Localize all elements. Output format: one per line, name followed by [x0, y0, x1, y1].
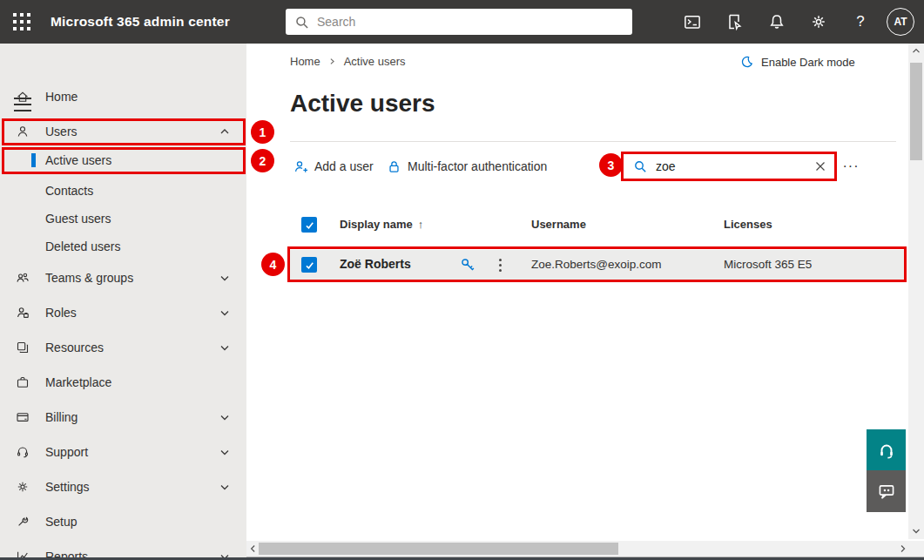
vertical-scrollbar-thumb[interactable] — [910, 63, 922, 160]
checkmark-icon — [304, 260, 315, 271]
sidebar-item-settings[interactable]: Settings — [0, 474, 246, 500]
page-title: Active users — [290, 90, 435, 118]
table-row-user[interactable]: Zoë Roberts Zoe.Roberts@exoip.com Micros… — [290, 250, 904, 280]
m365-admin-center-window: Microsoft 365 admin center ? AT Home Use… — [0, 0, 924, 560]
main-content — [246, 44, 908, 541]
sidebar-item-active-users[interactable]: Active users — [0, 147, 246, 173]
column-header-licenses[interactable]: Licenses — [724, 218, 772, 231]
chevron-up-icon[interactable] — [218, 125, 232, 138]
row-checkbox[interactable] — [301, 257, 317, 273]
user-licenses: Microsoft 365 E5 — [724, 258, 812, 271]
scroll-up-arrow-icon[interactable] — [908, 44, 924, 59]
app-title[interactable]: Microsoft 365 admin center — [51, 0, 230, 44]
search-icon — [294, 15, 309, 30]
global-search-box[interactable] — [286, 9, 632, 35]
breadcrumb-home-link[interactable]: Home — [290, 55, 320, 68]
credit-card-icon — [16, 410, 30, 424]
home-icon — [16, 90, 30, 104]
column-header-display-name[interactable]: Display name↑ — [340, 218, 423, 231]
lock-icon — [387, 159, 401, 174]
chevron-down-icon[interactable] — [218, 550, 232, 560]
user-list-search-input[interactable] — [656, 159, 813, 173]
app-topbar: Microsoft 365 admin center ? AT — [0, 0, 924, 44]
wrench-icon — [16, 515, 30, 529]
app-launcher-waffle-icon[interactable] — [11, 11, 32, 32]
feedback-fab-button[interactable] — [867, 470, 906, 512]
sidebar-item-support[interactable]: Support — [0, 439, 246, 465]
help-icon[interactable]: ? — [852, 13, 869, 30]
sidebar-item-deleted-users[interactable]: Deleted users — [0, 233, 246, 260]
chevron-down-icon[interactable] — [218, 271, 232, 285]
sidebar-item-setup[interactable]: Setup — [0, 509, 246, 535]
sidebar-item-roles[interactable]: Roles — [0, 300, 246, 326]
clear-search-close-icon[interactable] — [813, 159, 827, 173]
sidebar-item-users[interactable]: Users — [0, 118, 246, 145]
chart-icon — [16, 550, 30, 560]
briefcase-icon — [16, 375, 30, 389]
sort-ascending-arrow: ↑ — [418, 218, 424, 231]
settings-gear-icon[interactable] — [810, 13, 827, 30]
breadcrumb: Home Active users — [290, 55, 406, 68]
sidebar-item-contacts[interactable]: Contacts — [0, 178, 246, 204]
reset-password-key-icon[interactable] — [459, 256, 475, 273]
chevron-down-icon[interactable] — [218, 306, 232, 320]
help-support-fab-button[interactable] — [867, 429, 906, 470]
resources-icon — [16, 341, 30, 354]
scroll-right-arrow-icon[interactable] — [896, 541, 910, 557]
person-badge-icon — [16, 306, 30, 320]
more-actions-button[interactable]: ··· — [838, 153, 864, 179]
breadcrumb-chevron-icon — [327, 56, 338, 67]
cloud-shell-icon[interactable] — [684, 13, 701, 30]
vertical-scrollbar[interactable] — [908, 44, 924, 539]
selected-indicator — [31, 153, 36, 167]
person-icon — [16, 125, 30, 138]
enable-dark-mode-button[interactable]: Enable Dark mode — [740, 55, 855, 69]
breadcrumb-current: Active users — [344, 55, 406, 68]
chat-bubble-icon — [877, 482, 896, 501]
chevron-down-icon[interactable] — [218, 341, 232, 354]
headset-icon — [16, 445, 30, 459]
row-more-actions-icon[interactable] — [493, 257, 507, 273]
moon-icon — [740, 55, 754, 69]
add-user-button[interactable]: Add a user — [293, 153, 374, 179]
left-navigation: Home Users Active users Contacts Guest u… — [0, 44, 246, 560]
sidebar-item-resources[interactable]: Resources — [0, 334, 246, 361]
header-divider — [290, 141, 896, 142]
user-table-header: Display name↑ Username Licenses — [290, 214, 904, 237]
scroll-down-arrow-icon[interactable] — [908, 523, 924, 539]
user-list-search-box[interactable] — [624, 154, 834, 179]
select-all-checkbox[interactable] — [301, 217, 317, 233]
people-icon — [16, 271, 30, 285]
chevron-down-icon[interactable] — [218, 445, 232, 459]
headset-icon — [877, 441, 896, 460]
user-display-name[interactable]: Zoë Roberts — [340, 257, 411, 271]
gear-icon — [16, 480, 30, 494]
sidebar-item-teams-groups[interactable]: Teams & groups — [0, 265, 246, 291]
user-username: Zoe.Roberts@exoip.com — [531, 258, 662, 271]
column-header-username[interactable]: Username — [531, 218, 586, 231]
sidebar-item-guest-users[interactable]: Guest users — [0, 206, 246, 232]
notifications-bell-icon[interactable] — [768, 13, 786, 30]
add-user-icon — [293, 159, 308, 174]
sidebar-item-reports[interactable]: Reports — [0, 543, 246, 560]
sidebar-item-marketplace[interactable]: Marketplace — [0, 369, 246, 395]
account-avatar[interactable]: AT — [887, 8, 914, 36]
horizontal-scrollbar[interactable] — [246, 541, 910, 557]
global-search-input[interactable] — [317, 15, 624, 29]
feedback-icon[interactable] — [725, 13, 743, 30]
chevron-down-icon[interactable] — [218, 410, 232, 424]
sidebar-item-billing[interactable]: Billing — [0, 404, 246, 430]
horizontal-scrollbar-thumb[interactable] — [259, 543, 618, 555]
mfa-button[interactable]: Multi-factor authentication — [387, 153, 547, 179]
chevron-down-icon[interactable] — [218, 480, 232, 494]
scrollbar-corner — [910, 541, 924, 557]
search-icon — [633, 159, 647, 173]
checkmark-icon — [304, 219, 315, 231]
sidebar-item-home[interactable]: Home — [0, 84, 246, 110]
